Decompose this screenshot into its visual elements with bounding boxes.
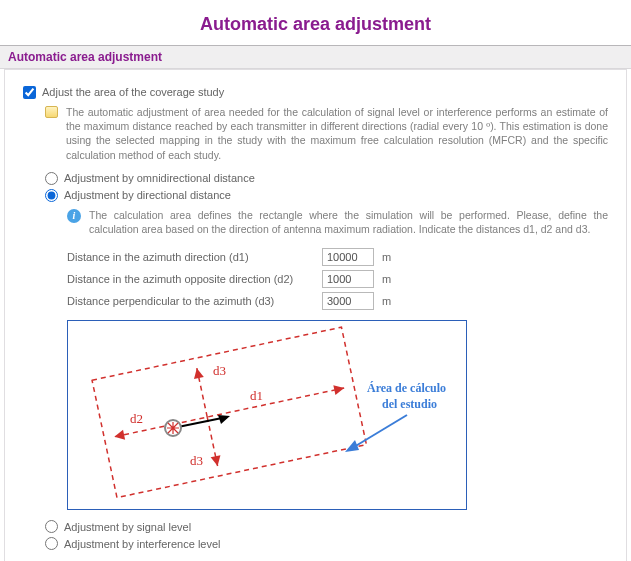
radio-signal-level-label: Adjustment by signal level: [64, 521, 191, 533]
info-icon: i: [67, 209, 81, 223]
diagram-area-label-1: Área de cálculo: [367, 381, 446, 395]
field-d1: Distance in the azimuth direction (d1) m: [67, 248, 608, 266]
page-title: Automatic area adjustment: [0, 0, 631, 45]
d2-unit: m: [382, 273, 391, 285]
directional-subpanel: i The calculation area defines the recta…: [67, 208, 608, 512]
d3-input[interactable]: [322, 292, 374, 310]
directional-info-text: The calculation area defines the rectang…: [89, 208, 608, 236]
adjustment-radio-group: Adjustment by omnidirectional distance A…: [45, 172, 608, 202]
section-header: Automatic area adjustment: [0, 45, 631, 69]
field-d3: Distance perpendicular to the azimuth (d…: [67, 292, 608, 310]
d1-input[interactable]: [322, 248, 374, 266]
d1-label: Distance in the azimuth direction (d1): [67, 251, 322, 263]
diagram: d1 d2 d3 d3 Área de cálculo del estudio: [67, 320, 608, 512]
adjustment-radio-group-2: Adjustment by signal level Adjustment by…: [45, 520, 608, 550]
adjust-area-checkbox[interactable]: [23, 86, 36, 99]
radio-directional[interactable]: [45, 189, 58, 202]
radio-signal-level[interactable]: [45, 520, 58, 533]
radio-interference-level[interactable]: [45, 537, 58, 550]
diagram-d1-label: d1: [250, 388, 263, 403]
radio-omnidirectional-label: Adjustment by omnidirectional distance: [64, 172, 255, 184]
d3-label: Distance perpendicular to the azimuth (d…: [67, 295, 322, 307]
radio-omnidirectional[interactable]: [45, 172, 58, 185]
field-d2: Distance in the azimuth opposite directi…: [67, 270, 608, 288]
description-text: The automatic adjustment of area needed …: [66, 105, 608, 162]
radio-interference-level-label: Adjustment by interference level: [64, 538, 221, 550]
diagram-d3-label-top: d3: [213, 363, 226, 378]
diagram-svg: d1 d2 d3 d3 Área de cálculo del estudio: [67, 320, 467, 510]
d2-input[interactable]: [322, 270, 374, 288]
d2-label: Distance in the azimuth opposite directi…: [67, 273, 322, 285]
d3-unit: m: [382, 295, 391, 307]
radio-directional-label: Adjustment by directional distance: [64, 189, 231, 201]
diagram-area-label-2: del estudio: [382, 397, 437, 411]
content-panel: Adjust the area of the coverage study Th…: [4, 69, 627, 561]
note-icon: [45, 106, 58, 118]
diagram-d3-label-bottom: d3: [190, 453, 203, 468]
diagram-d2-label: d2: [130, 411, 143, 426]
adjust-area-label: Adjust the area of the coverage study: [42, 86, 224, 98]
d1-unit: m: [382, 251, 391, 263]
